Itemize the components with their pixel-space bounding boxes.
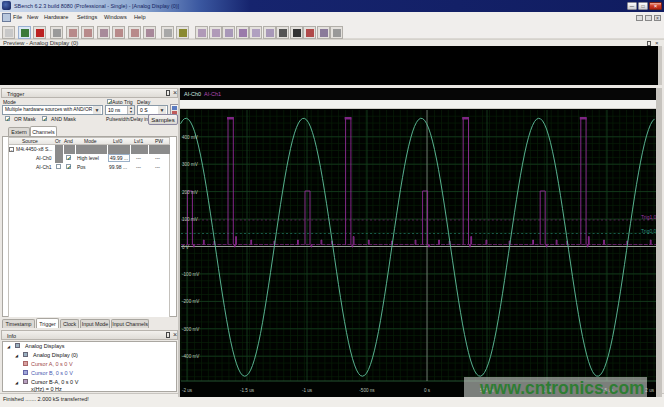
svg-text:-1 us: -1 us xyxy=(302,388,313,393)
svg-text:Trig1.0: Trig1.0 xyxy=(641,214,656,220)
svg-text:200 mV: 200 mV xyxy=(182,190,199,195)
svg-text:-200 mV: -200 mV xyxy=(182,299,200,304)
svg-text:-100 mV: -100 mV xyxy=(182,272,200,277)
svg-text:-1.5 us: -1.5 us xyxy=(240,388,255,393)
svg-text:0 V: 0 V xyxy=(182,245,190,250)
svg-text:0 s: 0 s xyxy=(424,388,431,393)
svg-text:-2 us: -2 us xyxy=(182,388,193,393)
svg-text:-300 mV: -300 mV xyxy=(182,327,200,332)
svg-text:400 mV: 400 mV xyxy=(182,135,199,140)
svg-text:300 mV: 300 mV xyxy=(182,162,199,167)
svg-text:-400 mV: -400 mV xyxy=(182,354,200,359)
svg-text:100 mV: 100 mV xyxy=(182,217,199,222)
svg-text:-500 ns: -500 ns xyxy=(359,388,375,393)
svg-text:Trig0.0: Trig0.0 xyxy=(641,228,656,234)
